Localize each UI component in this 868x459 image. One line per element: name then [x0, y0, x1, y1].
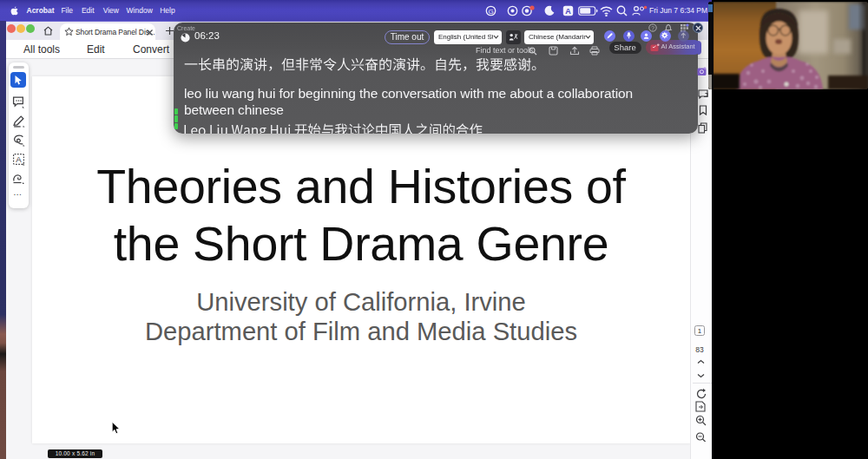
svg-text:A: A: [16, 154, 22, 164]
svg-text:A: A: [565, 7, 571, 16]
svg-text:G: G: [488, 8, 493, 16]
svg-text:?: ?: [651, 25, 654, 31]
